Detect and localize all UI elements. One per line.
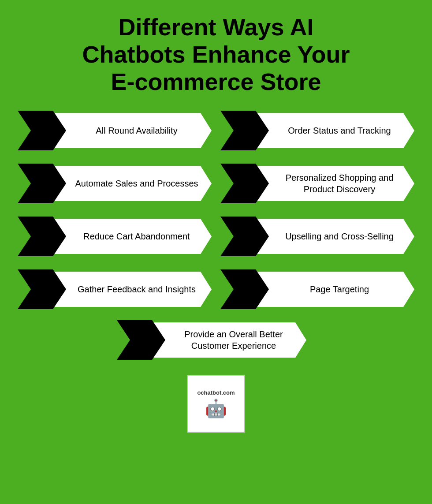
svg-marker-6 (18, 269, 66, 309)
badge-label: All Round Availability (74, 125, 190, 136)
black-arrow-icon (220, 269, 269, 309)
badge-automate: Automate Sales and Processes (18, 161, 212, 205)
badge-customer-experience: Provide an Overall Better Customer Exper… (117, 318, 315, 362)
svg-marker-1 (220, 111, 269, 150)
title-section: Different Ways AI Chatbots Enhance Your … (0, 0, 432, 104)
badge-label: Personalized Shopping and Product Discov… (256, 172, 414, 195)
badge-cart: Reduce Cart Abandonment (18, 214, 212, 258)
badge-label: Upselling and Cross-Selling (263, 231, 407, 242)
black-arrow-icon (117, 320, 165, 360)
svg-marker-3 (220, 164, 269, 203)
badge-feedback: Gather Feedback and Insights (18, 267, 212, 311)
badge-body: All Round Availability (53, 113, 212, 148)
logo-section: ochatbot.com 🤖 (187, 366, 245, 446)
black-arrow-icon (220, 111, 269, 150)
black-arrow-icon (220, 217, 269, 256)
badge-personalized: Personalized Shopping and Product Discov… (220, 161, 414, 205)
badge-body: Provide an Overall Better Customer Exper… (152, 322, 306, 358)
robot-icon: 🤖 (205, 398, 227, 419)
badge-label: Order Status and Tracking (266, 125, 404, 136)
svg-marker-4 (18, 217, 66, 256)
logo-box: ochatbot.com 🤖 (187, 375, 245, 433)
main-title: Different Ways AI Chatbots Enhance Your … (26, 13, 406, 95)
logo-text: ochatbot.com (197, 389, 235, 396)
badge-label: Automate Sales and Processes (53, 178, 211, 189)
black-arrow-icon (18, 217, 66, 256)
badge-label: Gather Feedback and Insights (56, 284, 209, 295)
badge-upselling: Upselling and Cross-Selling (220, 214, 414, 258)
badge-body: Page Targeting (256, 272, 414, 307)
badge-body: Upselling and Cross-Selling (256, 219, 414, 254)
black-arrow-icon (18, 269, 66, 309)
badge-label: Reduce Cart Abandonment (61, 231, 203, 242)
badge-body: Order Status and Tracking (256, 113, 414, 148)
badge-all-round: All Round Availability (18, 108, 212, 153)
badge-page-targeting: Page Targeting (220, 267, 414, 311)
svg-marker-2 (18, 164, 66, 203)
black-arrow-icon (18, 164, 66, 203)
badge-body: Gather Feedback and Insights (53, 272, 212, 307)
badge-body: Personalized Shopping and Product Discov… (256, 166, 414, 201)
center-badge-row: Provide an Overall Better Customer Exper… (0, 316, 432, 366)
black-arrow-icon (220, 164, 269, 203)
badge-body: Automate Sales and Processes (53, 166, 212, 201)
badge-label: Page Targeting (288, 284, 382, 295)
badge-order: Order Status and Tracking (220, 108, 414, 153)
svg-marker-7 (220, 269, 269, 309)
svg-marker-5 (220, 217, 269, 256)
svg-marker-0 (18, 111, 66, 150)
svg-marker-8 (117, 320, 165, 360)
badge-body: Reduce Cart Abandonment (53, 219, 212, 254)
black-arrow-icon (18, 111, 66, 150)
badge-label: Provide an Overall Better Customer Exper… (152, 329, 306, 351)
badges-grid: All Round Availability Order Status and … (0, 104, 432, 316)
